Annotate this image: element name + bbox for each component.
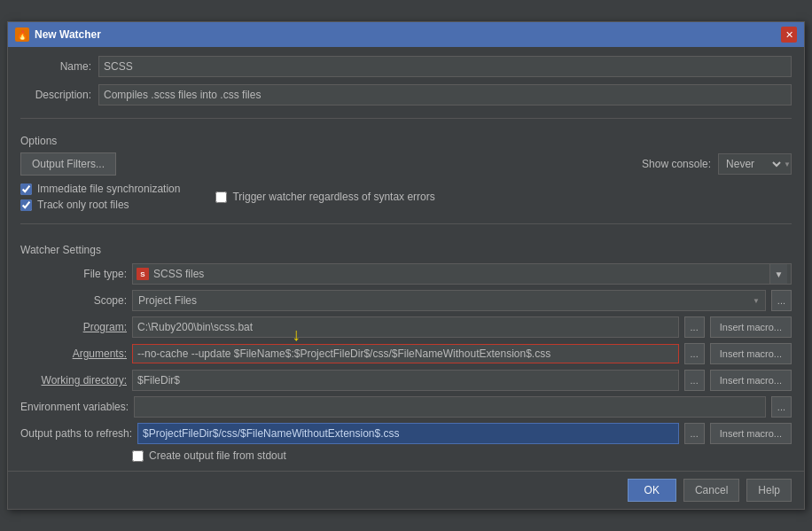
divider-1 — [20, 118, 792, 119]
right-checkboxes: Trigger watcher regardless of syntax err… — [215, 183, 434, 211]
arguments-browse-button[interactable]: ... — [684, 343, 705, 364]
show-console-row: Show console: Never Always On error ▼ — [642, 153, 792, 175]
program-browse-button[interactable]: ... — [684, 316, 705, 338]
filetype-arrow[interactable]: ▼ — [769, 264, 787, 284]
filetype-dropdown[interactable]: S SCSS files ▼ — [132, 263, 792, 285]
close-button[interactable]: ✕ — [781, 27, 797, 43]
arguments-wrapper: ↓ — [132, 344, 679, 363]
working-dir-row: Working directory: ... Insert macro... — [20, 370, 792, 391]
ok-button[interactable]: OK — [628, 479, 676, 502]
description-input[interactable] — [98, 84, 792, 105]
description-label: Description: — [20, 89, 91, 101]
scope-label: Scope: — [20, 294, 127, 307]
name-row: Name: — [20, 56, 792, 77]
arrow-indicator: ↓ — [292, 324, 301, 345]
immediate-sync-label: Immediate file synchronization — [37, 183, 180, 195]
filetype-icon: S — [137, 268, 149, 280]
create-output-row: Create output file from stdout — [20, 449, 792, 462]
env-vars-label: Environment variables: — [20, 401, 129, 413]
track-root-checkbox[interactable] — [20, 199, 32, 211]
divider-2 — [20, 223, 792, 224]
title-bar: 🔥 New Watcher ✕ — [8, 22, 804, 47]
track-root-label: Track only root files — [37, 199, 129, 211]
name-label: Name: — [20, 60, 91, 73]
working-dir-browse-button[interactable]: ... — [684, 370, 705, 391]
program-input[interactable] — [132, 316, 679, 338]
watcher-settings: Watcher Settings File type: S SCSS files… — [20, 240, 792, 462]
filetype-label: File type: — [20, 268, 127, 280]
output-paths-macro-button[interactable]: Insert macro... — [710, 423, 792, 444]
track-root-row: Track only root files — [20, 199, 180, 211]
name-input[interactable] — [98, 56, 792, 77]
help-button[interactable]: Help — [746, 479, 792, 502]
show-console-select-wrapper: Never Always On error ▼ — [718, 153, 792, 175]
create-output-checkbox-row: Create output file from stdout — [132, 449, 286, 462]
program-label: Program: — [20, 321, 127, 333]
trigger-watcher-label: Trigger watcher regardless of syntax err… — [232, 191, 434, 203]
output-paths-row: Output paths to refresh: ... Insert macr… — [20, 423, 792, 444]
output-paths-input[interactable] — [137, 423, 678, 444]
env-vars-input[interactable] — [134, 396, 766, 418]
filetype-row: File type: S SCSS files ▼ — [20, 263, 792, 285]
immediate-sync-row: Immediate file synchronization — [20, 183, 180, 195]
options-label: Options — [20, 135, 792, 147]
title-bar-left: 🔥 New Watcher — [15, 27, 101, 42]
watcher-settings-label: Watcher Settings — [20, 244, 792, 256]
options-section: Options Output Filters... Show console: … — [20, 131, 792, 211]
show-console-arrow: ▼ — [784, 160, 791, 168]
dialog-body: Name: Description: Options Output Filter… — [8, 47, 804, 471]
arguments-input[interactable] — [132, 344, 679, 363]
app-icon: 🔥 — [15, 27, 29, 42]
scope-arrow: ▼ — [753, 297, 760, 305]
env-vars-row: Environment variables: ... — [20, 396, 792, 418]
output-paths-label: Output paths to refresh: — [20, 427, 132, 440]
left-checkboxes: Immediate file synchronization Track onl… — [20, 183, 180, 211]
scope-dropdown[interactable]: Project Files ▼ — [132, 290, 766, 311]
create-output-label: Create output file from stdout — [149, 449, 286, 462]
working-dir-label: Working directory: — [20, 374, 127, 387]
arguments-row: Arguments: ↓ ... Insert macro... — [20, 343, 792, 364]
show-console-select[interactable]: Never Always On error — [719, 154, 784, 174]
new-watcher-dialog: 🔥 New Watcher ✕ Name: Description: Optio… — [7, 21, 805, 510]
working-dir-input[interactable] — [132, 370, 679, 391]
create-output-checkbox[interactable] — [132, 450, 144, 462]
immediate-sync-checkbox[interactable] — [20, 184, 32, 195]
show-console-label: Show console: — [642, 158, 711, 170]
bottom-bar: OK Cancel Help — [8, 471, 804, 509]
cancel-button[interactable]: Cancel — [683, 479, 739, 502]
scope-row: Scope: Project Files ▼ ... — [20, 290, 792, 311]
options-row-top: Output Filters... Show console: Never Al… — [20, 152, 792, 176]
scope-browse-button[interactable]: ... — [771, 290, 792, 311]
program-macro-button[interactable]: Insert macro... — [710, 316, 792, 338]
output-paths-browse-button[interactable]: ... — [684, 423, 705, 444]
output-filters-button[interactable]: Output Filters... — [20, 152, 116, 176]
filetype-value: SCSS files — [153, 268, 769, 280]
arguments-macro-button[interactable]: Insert macro... — [710, 343, 792, 364]
description-row: Description: — [20, 84, 792, 105]
arguments-label: Arguments: — [20, 347, 127, 360]
working-dir-macro-button[interactable]: Insert macro... — [710, 370, 792, 391]
scope-value: Project Files — [138, 294, 753, 307]
dialog-title: New Watcher — [35, 28, 101, 41]
checkboxes-row: Immediate file synchronization Track onl… — [20, 183, 792, 211]
env-vars-browse-button[interactable]: ... — [771, 396, 792, 418]
trigger-watcher-checkbox[interactable] — [215, 191, 227, 203]
trigger-watcher-row: Trigger watcher regardless of syntax err… — [215, 191, 434, 203]
program-row: Program: ... Insert macro... — [20, 316, 792, 338]
